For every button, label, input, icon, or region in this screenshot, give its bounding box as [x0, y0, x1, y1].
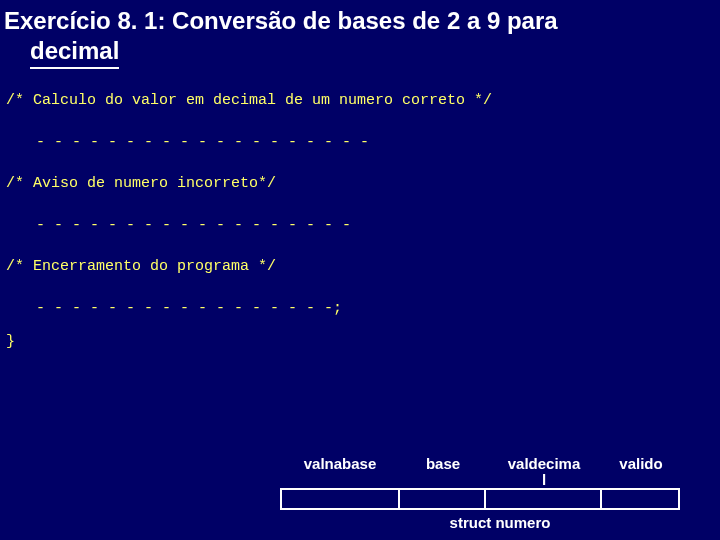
box-2 — [400, 488, 486, 510]
slide: Exercício 8. 1: Conversão de bases de 2 … — [0, 0, 720, 540]
field-valdecimal: valdecima l — [486, 456, 602, 488]
struct-diagram: valnabase base valdecima l valido struct… — [280, 456, 720, 531]
field-valido: valido — [602, 456, 680, 488]
field-base: base — [400, 456, 486, 488]
code-dashes-3: - - - - - - - - - - - - - - - - -; — [0, 299, 720, 319]
code-comment-3: /* Encerramento do programa */ — [0, 257, 720, 277]
box-4 — [602, 488, 680, 510]
struct-field-labels: valnabase base valdecima l valido — [280, 456, 720, 488]
title-line-1: Exercício 8. 1: Conversão de bases de 2 … — [4, 7, 558, 34]
code-block: /* Calculo do valor em decimal de um num… — [0, 91, 720, 111]
box-3 — [486, 488, 602, 510]
code-comment-1: /* Calculo do valor em decimal de um num… — [6, 92, 492, 109]
code-dashes-1: - - - - - - - - - - - - - - - - - - - — [0, 133, 720, 153]
box-1 — [280, 488, 400, 510]
code-dashes-2: - - - - - - - - - - - - - - - - - - — [0, 216, 720, 236]
field-valnabase: valnabase — [280, 456, 400, 488]
title-line-2: decimal — [30, 36, 119, 69]
slide-title: Exercício 8. 1: Conversão de bases de 2 … — [0, 0, 720, 69]
struct-box-row — [280, 488, 720, 510]
code-comment-2: /* Aviso de numero incorreto*/ — [0, 174, 720, 194]
struct-name: struct numero — [280, 514, 720, 531]
code-brace: } — [0, 332, 720, 352]
